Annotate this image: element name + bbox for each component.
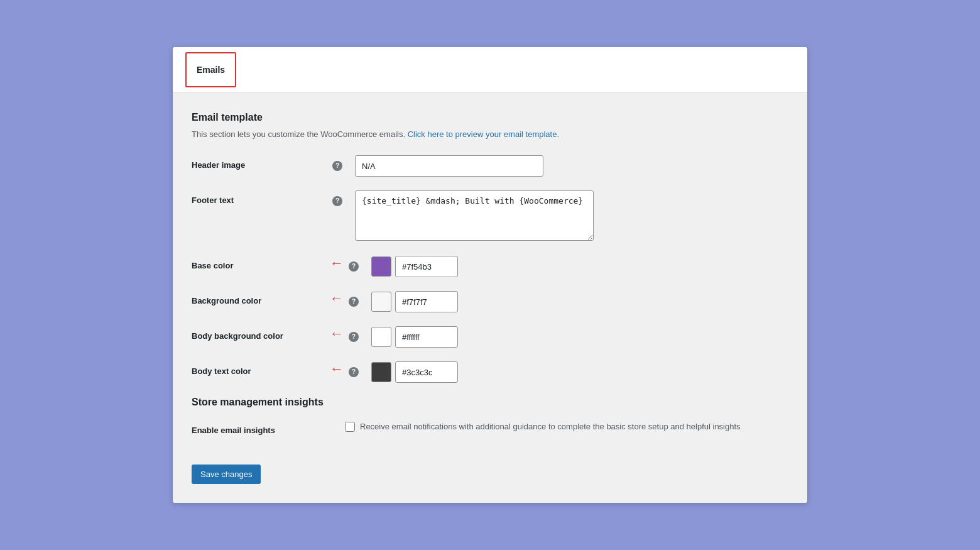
body-text-color-help-icon[interactable]: ?: [349, 367, 359, 377]
preview-link[interactable]: Click here to preview your email templat…: [408, 129, 557, 139]
content-area: Email template This section lets you cus…: [173, 93, 807, 503]
base-color-label-group: Base color ←: [192, 256, 344, 270]
background-color-help: ?: [349, 291, 359, 307]
body-text-color-arrow: ←: [330, 362, 344, 376]
base-color-arrow: ←: [330, 256, 344, 270]
tab-emails-label: Emails: [197, 65, 225, 75]
email-template-description: This section lets you customize the WooC…: [192, 128, 788, 141]
enable-email-insights-checkbox-wrap: Receive email notifications with additio…: [345, 421, 788, 433]
footer-text-help-icon[interactable]: ?: [332, 196, 342, 206]
section-divider: Store management insights: [192, 397, 788, 408]
body-background-color-arrow: ←: [330, 327, 344, 341]
body-text-color-control: [371, 361, 788, 383]
save-changes-button[interactable]: Save changes: [192, 465, 261, 484]
description-suffix: .: [557, 129, 559, 139]
base-color-input[interactable]: [395, 256, 458, 277]
base-color-swatch[interactable]: [371, 256, 391, 277]
body-background-color-label-group: Body background color ←: [192, 326, 344, 341]
background-color-row: Background color ← ?: [192, 291, 788, 314]
body-text-color-label-group: Body text color ←: [192, 361, 344, 376]
body-background-color-row: Body background color ← ?: [192, 326, 788, 349]
tab-bar: Emails: [173, 47, 807, 93]
footer-text-row: Footer text ? {site_title} &mdash; Built…: [192, 190, 788, 243]
settings-page: Emails Email template This section lets …: [173, 47, 807, 503]
save-button-wrap: Save changes: [192, 456, 788, 484]
footer-text-input[interactable]: {site_title} &mdash; Built with {WooComm…: [355, 190, 594, 241]
base-color-field-wrap: [371, 256, 788, 277]
header-image-help: ?: [332, 155, 342, 171]
background-color-swatch[interactable]: [371, 292, 391, 312]
base-color-control: [371, 256, 788, 277]
background-color-arrow: ←: [330, 292, 344, 305]
base-color-row: Base color ← ?: [192, 256, 788, 278]
body-text-color-help: ?: [349, 361, 359, 377]
tab-emails[interactable]: Emails: [185, 52, 236, 87]
body-text-color-field-wrap: [371, 361, 788, 383]
base-color-label: Base color: [192, 256, 330, 270]
description-text: This section lets you customize the WooC…: [192, 129, 405, 139]
background-color-label-group: Background color ←: [192, 291, 344, 305]
body-background-color-field-wrap: [371, 326, 788, 348]
body-background-color-label: Body background color: [192, 326, 330, 341]
enable-email-insights-label: Enable email insights: [192, 421, 330, 435]
body-background-color-help: ?: [349, 326, 359, 342]
footer-text-label: Footer text: [192, 190, 330, 205]
background-color-label: Background color: [192, 291, 330, 305]
body-text-color-label: Body text color: [192, 361, 330, 376]
body-text-color-swatch[interactable]: [371, 362, 391, 382]
enable-email-insights-row: Enable email insights Receive email noti…: [192, 421, 788, 443]
enable-email-insights-control: Receive email notifications with additio…: [345, 421, 788, 433]
store-management-title: Store management insights: [192, 397, 788, 408]
footer-text-control: {site_title} &mdash; Built with {WooComm…: [355, 190, 788, 243]
enable-email-insights-checkbox[interactable]: [345, 422, 355, 432]
body-background-color-help-icon[interactable]: ?: [349, 332, 359, 342]
background-color-field-wrap: [371, 291, 788, 312]
body-text-color-input[interactable]: [395, 361, 458, 383]
body-background-color-control: [371, 326, 788, 348]
background-color-input[interactable]: [395, 291, 458, 312]
body-text-color-row: Body text color ← ?: [192, 361, 788, 384]
header-image-row: Header image ?: [192, 155, 788, 178]
base-color-help: ?: [349, 256, 359, 272]
header-image-label: Header image: [192, 155, 330, 170]
header-image-control: [355, 155, 788, 177]
footer-text-help: ?: [332, 190, 342, 206]
header-image-input[interactable]: [355, 155, 543, 177]
background-color-control: [371, 291, 788, 312]
background-color-help-icon[interactable]: ?: [349, 297, 359, 307]
base-color-help-icon[interactable]: ?: [349, 261, 359, 272]
email-template-title: Email template: [192, 112, 788, 123]
enable-email-insights-checkbox-label: Receive email notifications with additio…: [360, 421, 741, 433]
email-template-section: Email template This section lets you cus…: [192, 112, 788, 385]
body-background-color-swatch[interactable]: [371, 327, 391, 347]
body-background-color-input[interactable]: [395, 326, 458, 348]
header-image-help-icon[interactable]: ?: [332, 161, 342, 171]
